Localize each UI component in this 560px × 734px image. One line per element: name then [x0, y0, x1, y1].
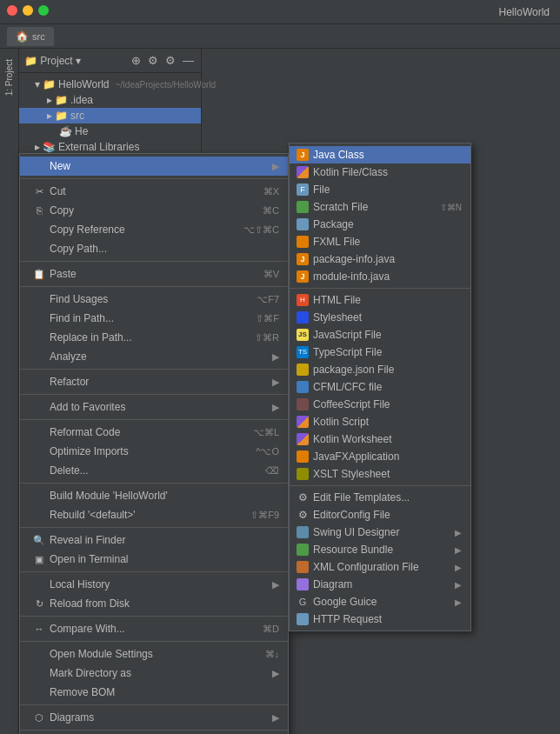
menu-label-diagrams: Diagrams — [50, 711, 269, 724]
submenu-item-xslt[interactable]: XSLT Stylesheet — [290, 465, 470, 483]
submenu-item-diagram[interactable]: Diagram ▶ — [290, 576, 470, 593]
submenu-item-resource-bundle[interactable]: Resource Bundle ▶ — [290, 541, 470, 558]
submenu-item-file[interactable]: F File — [290, 181, 470, 198]
menu-item-local-history[interactable]: Local History ▶ — [20, 575, 288, 594]
submenu-item-javascript[interactable]: JS JavaScript File — [290, 326, 470, 344]
separator-10 — [20, 616, 288, 617]
submenu-label-diagram: Diagram — [313, 578, 352, 591]
submenu-item-html[interactable]: H HTML File — [290, 291, 470, 309]
tree-item-src[interactable]: ▸ 📁 src — [19, 108, 201, 123]
menu-item-reload-disk[interactable]: ↻ Reload from Disk — [20, 594, 288, 613]
package-icon — [297, 218, 309, 230]
menu-item-optimize-imports[interactable]: Optimize Imports ^⌥O — [20, 442, 288, 461]
shortcut-compare-with: ⌘D — [263, 624, 279, 635]
submenu-item-swing-ui[interactable]: Swing UI Designer ▶ — [290, 524, 470, 541]
menu-item-reveal-finder[interactable]: 🔍 Reveal in Finder — [20, 530, 288, 550]
project-tab[interactable]: 🏠 src — [7, 27, 54, 46]
shortcut-copy-reference: ⌥⇧⌘C — [243, 224, 279, 236]
submenu-item-package[interactable]: Package — [290, 216, 470, 233]
submenu-item-edit-templates[interactable]: ⚙ Edit File Templates... — [290, 489, 470, 506]
menu-item-compare-with[interactable]: ↔ Compare With... ⌘D — [20, 619, 288, 638]
tree-item-label: src — [70, 110, 84, 122]
tree-item-helloworld[interactable]: ▾ 📁 HelloWorld ~/IdeaProjects/HelloWorld — [19, 77, 201, 92]
submenu-arrow-mark-dir: ▶ — [272, 668, 279, 679]
shortcut-optimize-imports: ^⌥O — [256, 446, 279, 457]
menu-item-paste[interactable]: 📋 Paste ⌘V — [20, 264, 288, 284]
submenu-item-kotlin-worksheet[interactable]: Kotlin Worksheet — [290, 430, 470, 448]
swing-icon — [297, 526, 309, 538]
submenu-item-typescript[interactable]: TS TypeScript File — [290, 344, 470, 361]
close-button[interactable] — [7, 5, 17, 16]
menu-label-local-history: Local History — [50, 578, 269, 591]
submenu-label-package-json: package.json File — [313, 364, 394, 376]
menu-item-mark-directory[interactable]: Mark Directory as ▶ — [20, 664, 288, 683]
project-sidebar-label[interactable]: 1: Project — [4, 59, 14, 96]
shortcut-find-usages: ⌥F7 — [257, 294, 279, 305]
menu-item-refactor[interactable]: Refactor ▶ — [20, 372, 288, 391]
coffee-icon — [297, 398, 309, 410]
menu-label-remove-bom: Remove BOM — [50, 686, 279, 698]
menu-item-open-module-settings[interactable]: Open Module Settings ⌘↓ — [20, 644, 288, 664]
submenu-item-stylesheet[interactable]: Stylesheet — [290, 309, 470, 326]
menu-item-open-terminal[interactable]: ▣ Open in Terminal — [20, 550, 288, 569]
submenu-item-http-request[interactable]: HTTP Request — [290, 611, 470, 628]
new-submenu: J Java Class Kotlin File/Class F File Sc… — [289, 143, 471, 631]
submenu-item-coffeescript[interactable]: CoffeeScript File — [290, 396, 470, 413]
xml-config-icon — [297, 561, 309, 573]
separator-11 — [20, 641, 288, 642]
menu-item-delete[interactable]: Delete... ⌫ — [20, 461, 288, 480]
submenu-item-package-json[interactable]: package.json File — [290, 361, 470, 378]
submenu-item-xml-config[interactable]: XML Configuration File ▶ — [290, 558, 470, 576]
menu-item-rebuild[interactable]: Rebuild '<default>' ⇧⌘F9 — [20, 505, 288, 524]
menu-item-cut[interactable]: ✂ Cut ⌘X — [20, 182, 288, 201]
settings-icon[interactable]: ⊕ — [130, 54, 143, 67]
menu-item-diagrams[interactable]: ⬡ Diagrams ▶ — [20, 708, 288, 727]
menu-item-find-usages[interactable]: Find Usages ⌥F7 — [20, 290, 288, 309]
expand-icon: ▾ — [35, 78, 40, 90]
menu-label-reformat: Reformat Code — [50, 426, 236, 438]
menu-label-open-terminal: Open in Terminal — [50, 553, 279, 565]
tree-item-he[interactable]: ☕ He — [19, 123, 201, 139]
menu-label-mark-directory: Mark Directory as — [50, 667, 269, 679]
menu-item-copy[interactable]: ⎘ Copy ⌘C — [20, 201, 288, 220]
menu-item-remove-bom[interactable]: Remove BOM — [20, 683, 288, 702]
menu-item-analyze[interactable]: Analyze ▶ — [20, 347, 288, 366]
shortcut-replace-in-path: ⇧⌘R — [255, 332, 279, 344]
menu-item-new[interactable]: New ▶ — [20, 157, 288, 176]
menu-item-reformat[interactable]: Reformat Code ⌥⌘L — [20, 423, 288, 442]
src-folder-icon: 📁 — [55, 110, 68, 122]
kotlin-worksheet-icon — [297, 433, 309, 445]
submenu-arrow-favorites: ▶ — [272, 402, 279, 413]
menu-item-copy-path[interactable]: Copy Path... — [20, 239, 288, 258]
separator-5 — [20, 394, 288, 395]
tree-item-idea[interactable]: ▸ 📁 .idea — [19, 92, 201, 108]
menu-item-copy-reference[interactable]: Copy Reference ⌥⇧⌘C — [20, 220, 288, 239]
diagrams-icon: ⬡ — [32, 712, 46, 724]
menu-label-compare-with: Compare With... — [50, 623, 245, 635]
menu-item-add-favorites[interactable]: Add to Favorites ▶ — [20, 397, 288, 417]
context-menu: New ▶ ✂ Cut ⌘X ⎘ Copy ⌘C Copy Reference … — [19, 153, 289, 734]
menu-item-replace-in-path[interactable]: Replace in Path... ⇧⌘R — [20, 328, 288, 347]
main-layout: 1: Project 📁 Project ▾ ⊕ ⚙ ⚙ — ▾ 📁 Hello… — [0, 49, 560, 734]
submenu-item-fxml[interactable]: FXML File — [290, 233, 470, 250]
submenu-item-scratch-file[interactable]: Scratch File ⇧⌘N — [290, 198, 470, 216]
submenu-item-editorconfig[interactable]: ⚙ EditorConfig File — [290, 506, 470, 524]
xml-config-submenu-arrow: ▶ — [455, 563, 462, 572]
submenu-item-kotlin-file[interactable]: Kotlin File/Class — [290, 163, 470, 181]
scratch-file-icon — [297, 201, 309, 213]
menu-item-find-in-path[interactable]: Find in Path... ⇧⌘F — [20, 309, 288, 328]
gear-icon[interactable]: ⚙ — [163, 54, 177, 67]
menu-item-build-module[interactable]: Build Module 'HelloWorld' — [20, 486, 288, 505]
close-panel-icon[interactable]: — — [181, 54, 196, 67]
submenu-item-google-guice[interactable]: G Google Guice ▶ — [290, 593, 470, 611]
submenu-label-scratch-file: Scratch File — [313, 201, 368, 213]
submenu-item-cfml[interactable]: CFML/CFC file — [290, 378, 470, 396]
minimize-button[interactable] — [23, 5, 33, 16]
submenu-item-javafx[interactable]: JavaFXApplication — [290, 448, 470, 465]
submenu-item-module-info[interactable]: J module-info.java — [290, 268, 470, 285]
submenu-item-java-class[interactable]: J Java Class — [290, 146, 470, 163]
submenu-item-package-info[interactable]: J package-info.java — [290, 250, 470, 268]
submenu-item-kotlin-script[interactable]: Kotlin Script — [290, 413, 470, 430]
layout-icon[interactable]: ⚙ — [146, 54, 160, 67]
maximize-button[interactable] — [38, 5, 49, 16]
